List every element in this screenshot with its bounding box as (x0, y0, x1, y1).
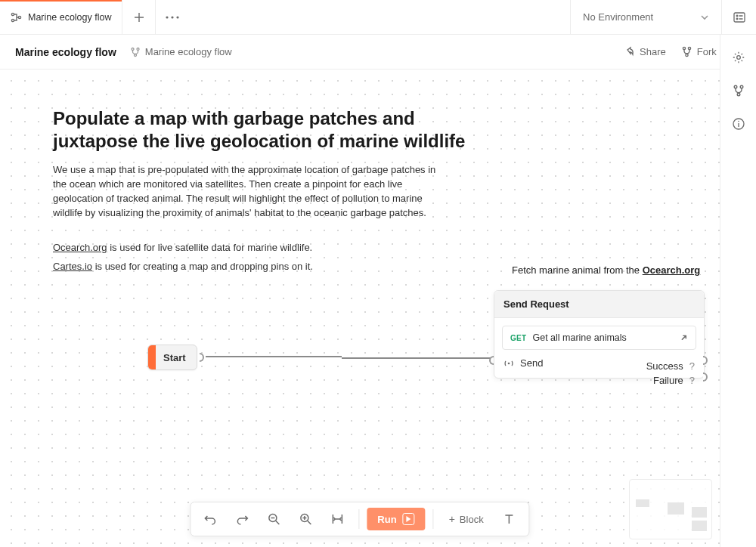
start-node-output-port[interactable] (200, 353, 204, 362)
run-label: Run (377, 514, 396, 525)
failure-output-port[interactable] (703, 372, 708, 382)
forks-panel-button[interactable] (731, 83, 746, 98)
gear-icon (732, 51, 745, 64)
fork-button[interactable]: Fork (674, 42, 724, 62)
zoom-out-button[interactable] (260, 507, 287, 531)
canvas-text-block[interactable]: Populate a map with garbage patches and … (53, 107, 476, 283)
info-button[interactable] (731, 116, 746, 131)
block-label: Block (460, 514, 484, 525)
canvas-link-line-1: Ocearch.org is used for live satellite d… (53, 241, 446, 255)
svg-point-21 (508, 362, 510, 364)
breadcrumb[interactable]: Marine ecology flow (130, 46, 232, 57)
add-text-button[interactable] (496, 507, 523, 531)
svg-point-4 (172, 16, 174, 18)
share-icon (624, 46, 635, 57)
svg-point-14 (686, 54, 688, 56)
svg-rect-6 (734, 13, 745, 22)
start-node-accent (148, 345, 156, 369)
zoom-in-button[interactable] (292, 507, 319, 531)
right-sidebar (720, 35, 756, 547)
cartes-link[interactable]: Cartes.io (53, 261, 92, 272)
send-request-title: Send Request (494, 291, 704, 318)
settings-button[interactable] (731, 50, 746, 65)
environment-selector[interactable]: No Environment (570, 0, 721, 34)
new-tab-button[interactable] (122, 0, 156, 34)
canvas-toolbar: Run + Block (190, 502, 529, 536)
svg-point-7 (736, 15, 738, 17)
plus-icon: + (449, 513, 455, 525)
canvas-annotation[interactable]: Fetch marine animal from the Ocearch.org (512, 264, 700, 276)
svg-point-15 (736, 56, 740, 60)
svg-point-3 (166, 16, 169, 18)
fit-width-icon (330, 512, 344, 526)
redo-button[interactable] (228, 507, 256, 531)
start-node-label: Start (163, 352, 186, 363)
svg-point-20 (738, 121, 739, 122)
tab-bar: Marine ecology flow No Environment (0, 0, 756, 35)
svg-point-13 (688, 47, 690, 49)
fork-label: Fork (697, 46, 717, 57)
connector-wire[interactable] (342, 357, 491, 359)
http-method-badge: GET (510, 334, 526, 342)
canvas-paragraph: We use a map that is pre-populated with … (53, 163, 446, 220)
tab-overflow-button[interactable] (156, 0, 189, 34)
svg-point-10 (137, 48, 139, 50)
tab-marine-ecology-flow[interactable]: Marine ecology flow (0, 0, 122, 34)
breadcrumb-label: Marine ecology flow (145, 46, 232, 57)
run-button[interactable]: Run (367, 508, 425, 530)
flow-icon (11, 11, 23, 23)
svg-point-8 (736, 18, 738, 20)
start-node[interactable]: Start (147, 345, 197, 370)
send-request-node[interactable]: Send Request GET Get all marine animals … (494, 290, 705, 379)
share-label: Share (640, 46, 666, 57)
svg-point-17 (740, 85, 743, 88)
canvas-link-line-2: Cartes.io is used for creating a map and… (53, 260, 446, 274)
help-icon[interactable]: ? (689, 360, 695, 372)
connector-wire[interactable] (206, 356, 342, 357)
ocearch-link[interactable]: Ocearch.org (53, 242, 107, 253)
environment-quicklook-button[interactable] (721, 0, 756, 34)
fit-view-button[interactable] (324, 507, 351, 531)
flow-title: Marine ecology flow (15, 46, 116, 58)
open-external-icon[interactable]: ➜ (678, 332, 691, 345)
undo-button[interactable] (197, 507, 224, 531)
flow-canvas[interactable]: Populate a map with garbage patches and … (0, 70, 720, 547)
text-icon (503, 512, 516, 526)
request-name: Get all marine animals (532, 332, 674, 343)
request-selector[interactable]: GET Get all marine animals ➜ (502, 326, 696, 350)
info-icon (732, 117, 745, 131)
add-block-button[interactable]: + Block (442, 508, 491, 530)
flow-header: Marine ecology flow Marine ecology flow … (0, 35, 756, 70)
chevron-down-icon (700, 13, 709, 22)
undo-icon (203, 512, 217, 526)
svg-point-16 (734, 85, 737, 88)
environment-label: No Environment (583, 11, 653, 23)
send-label: Send (520, 357, 543, 369)
canvas-heading: Populate a map with garbage patches and … (53, 107, 476, 153)
fork-icon (732, 84, 745, 97)
play-icon (403, 513, 415, 525)
success-port-label: Success ? (606, 359, 696, 373)
help-icon[interactable]: ? (689, 375, 695, 386)
fork-icon (681, 46, 692, 57)
failure-port-label: Failure ? (606, 373, 696, 388)
tab-label: Marine ecology flow (28, 12, 111, 23)
svg-point-9 (132, 48, 134, 50)
svg-point-0 (11, 13, 14, 15)
svg-point-1 (11, 19, 14, 21)
broadcast-icon (503, 358, 514, 369)
svg-point-18 (737, 93, 740, 96)
zoom-in-icon (299, 512, 312, 526)
share-button[interactable]: Share (616, 42, 674, 62)
svg-point-12 (683, 47, 685, 49)
svg-point-2 (18, 16, 20, 18)
fork-icon (130, 47, 141, 57)
svg-point-5 (177, 16, 179, 18)
redo-icon (235, 512, 249, 526)
minimap[interactable] (629, 479, 712, 539)
annotation-link[interactable]: Ocearch.org (643, 264, 701, 276)
zoom-out-icon (267, 512, 280, 526)
success-output-port[interactable] (703, 356, 708, 365)
